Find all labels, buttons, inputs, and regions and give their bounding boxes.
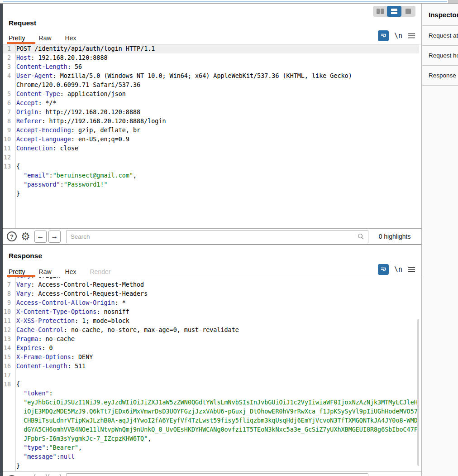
response-panel-title: Response [9,252,42,260]
line-number [3,443,13,452]
response-tab-raw[interactable]: Raw [39,268,52,275]
request-search-bar: ? ⚙ ← → 0 highlights [3,228,421,245]
code-line: 12 [3,153,419,162]
code-line: 18{ [3,380,419,389]
code-line: iOjE3MDQzMDE5MzJ9.Q6kTt7jEDx6iMxVmwrDsD3… [3,407,419,416]
line-number: 10 [3,308,13,317]
code-line: "eyJhbGciOiJSUzI1NiJ9.eyJzdWIiOiJiZXJ1aW… [3,398,419,407]
code-line: 5Content-Type: application/json [3,90,419,99]
line-number: 2 [3,53,13,63]
previous-match-button[interactable]: ← [34,474,47,476]
line-number: 9 [3,298,13,308]
gear-icon[interactable]: ⚙ [21,231,30,241]
code-line: 7Origin: http://192.168.20.120:8888 [3,108,419,117]
line-number [3,416,13,425]
clipped-code-line: 6Vary: Origin [3,277,419,280]
wrap-lines-icon[interactable] [378,264,389,275]
gutter-separator [15,44,16,228]
line-number: 9 [3,126,13,135]
line-number: 8 [3,289,13,298]
line-number: 11 [3,317,13,326]
code-line: 6Vary: Origin [3,277,419,280]
line-number: 1 [3,44,13,53]
highlights-count: 0 highlights [379,233,411,240]
inspector-section-request-attributes[interactable]: Request attributes [422,26,458,46]
line-number [3,425,13,434]
code-line: 11Connection: close [3,144,419,153]
code-line: "message":null [3,452,419,462]
response-editor[interactable]: 6Vary: Origin7Vary: Access-Control-Reque… [3,277,419,471]
menu-icon[interactable] [408,33,415,39]
line-number: 3 [3,63,13,72]
response-tab-pretty[interactable]: Pretty [9,268,25,275]
line-number: 17 [3,371,13,380]
layout-columns-button[interactable] [373,6,387,17]
code-line: 13{ [3,162,419,171]
line-number [3,81,13,90]
newline-icon[interactable]: \n [394,32,402,40]
line-number [3,398,13,407]
code-line: JFpbrS-I6m3sYygmkJc-7_IZcpzKHW6TQ", [3,434,419,443]
message-editor-area: Request Pretty Raw Hex [3,4,421,476]
layout-single-button[interactable] [401,6,415,17]
request-editor[interactable]: 1POST /identity/api/auth/login HTTP/1.12… [3,44,419,228]
search-input[interactable] [66,473,368,476]
line-number [3,407,13,416]
code-line: dGYA5CH6omhVVB4NOe11lNtvpWnQmj9nUnkQ_8_U… [3,425,419,434]
code-line: 15X-Frame-Options: DENY [3,353,419,362]
response-scrollbar-thumb[interactable] [417,319,419,466]
inspector-title: Inspector [422,4,458,26]
line-number: 4 [3,72,13,81]
request-tab-pretty[interactable]: Pretty [9,34,25,42]
line-number [3,434,13,443]
menu-icon[interactable] [408,266,415,273]
inspector-section-response-headers[interactable]: Response headers [422,66,458,86]
code-line: 6Accept: */* [3,99,419,108]
code-line: 12Cache-Control: no-cache, no-store, max… [3,326,419,335]
line-number: 7 [3,280,13,289]
code-line: } [3,462,419,471]
inspector-panel: Inspector Request attributes Request hea… [421,4,458,476]
code-line: 10Accept-Language: en-US,en;q=0.9 [3,135,419,144]
previous-match-button[interactable]: ← [34,231,47,243]
single-pane-icon [406,9,411,14]
wrap-lines-icon[interactable] [378,30,389,41]
line-number: 13 [3,335,13,344]
request-panel-title: Request [9,19,36,27]
response-tab-hex[interactable]: Hex [65,268,76,275]
code-line: "email":"beruinsect@gmail.com", [3,171,419,180]
newline-icon[interactable]: \n [394,265,402,274]
request-toolbar: \n [378,30,415,41]
code-line: 9Access-Control-Allow-Origin: * [3,298,419,308]
line-number: 5 [3,90,13,99]
line-number [3,389,13,398]
code-line: 8Referer: http://192.168.20.120:8888/log… [3,117,419,126]
code-line: 2Host: 192.168.20.120:8888 [3,53,419,63]
response-tab-render[interactable]: Render [90,268,111,275]
help-icon[interactable]: ? [7,231,17,241]
inspector-section-request-headers[interactable]: Request headers [422,46,458,66]
code-line: 17 [3,371,419,380]
columns-icon [377,9,380,14]
line-number [3,180,13,189]
response-search-bar: ? ⚙ ← → 0 highlights [3,471,421,476]
layout-toggle-group [373,6,415,17]
search-input[interactable] [66,230,368,243]
next-match-button[interactable]: → [48,474,61,476]
layout-rows-button[interactable] [387,6,401,17]
line-number: 6 [3,277,13,280]
code-line: CHB9iTsuLdnrVTipKwJLzhB0A-aqJj4YwoI2fA6Y… [3,416,419,425]
next-match-button[interactable]: → [48,231,61,243]
request-tab-raw[interactable]: Raw [39,34,52,42]
line-number: 7 [3,108,13,117]
code-line: 11X-XSS-Protection: 1; mode=block [3,317,419,326]
code-line: 9Accept-Encoding: gzip, deflate, br [3,126,419,135]
line-number: 13 [3,162,13,171]
gutter-separator [15,277,16,471]
line-number [3,171,13,180]
request-tab-hex[interactable]: Hex [65,34,76,42]
line-number: 8 [3,117,13,126]
line-number: 14 [3,344,13,353]
line-number: 6 [3,99,13,108]
line-number [3,462,13,471]
